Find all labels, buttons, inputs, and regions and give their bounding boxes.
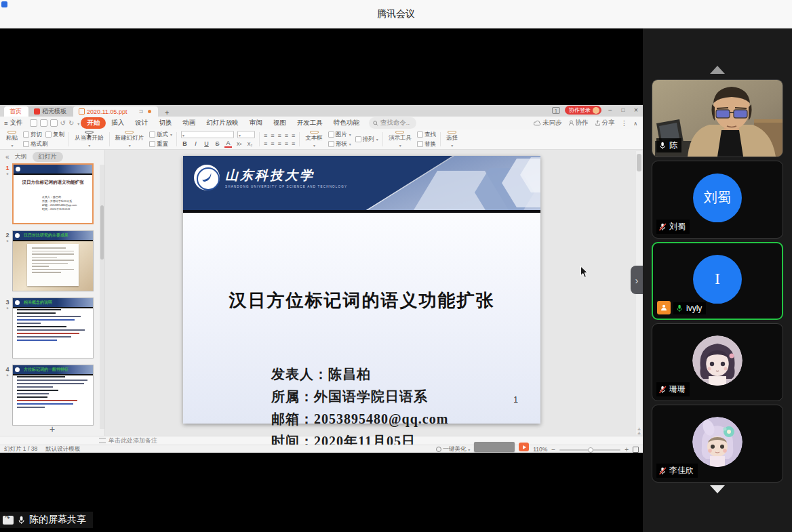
font-size-select[interactable] <box>237 131 255 138</box>
play-from-current-button[interactable]: 从当前开始 <box>71 131 107 148</box>
slide-1[interactable]: 山东科技大学 SHANDONG UNIVERSITY OF SCIENCE AN… <box>183 156 540 424</box>
share-button[interactable]: 分享 <box>595 119 615 127</box>
redo-icon[interactable]: ↻ <box>68 119 74 127</box>
indent-decrease-icon[interactable] <box>278 132 281 139</box>
font-color-button[interactable]: A <box>224 140 232 148</box>
reset-button[interactable]: 重置 <box>149 140 168 148</box>
menu-design[interactable]: 设计 <box>130 117 153 129</box>
tab-outline[interactable]: 大纲 <box>15 152 27 161</box>
paste-button[interactable]: 粘贴 <box>3 131 21 148</box>
thumb-logo-icon <box>15 367 20 372</box>
participant-tile-liushu[interactable]: 刘蜀 刘蜀 <box>652 161 783 239</box>
command-search[interactable]: 查找命令.. <box>369 117 416 129</box>
maximize-button[interactable] <box>619 106 627 114</box>
format-painter-button[interactable]: 格式刷 <box>23 140 48 148</box>
window-badge-icon[interactable]: 1 <box>552 107 560 114</box>
new-tab-button[interactable] <box>158 108 169 117</box>
align-left-icon[interactable] <box>264 140 267 147</box>
strikethrough-button[interactable]: S <box>214 140 221 147</box>
sync-status[interactable]: 未同步 <box>534 119 562 127</box>
close-button[interactable] <box>632 107 640 114</box>
slide-thumbnail-1[interactable]: 1 汉日方位标记词的语义功能扩张 发表人：陈昌柏所属：外国语学院日语系 邮箱：2… <box>3 163 104 224</box>
login-button[interactable]: 协作登录 <box>565 106 601 115</box>
menu-start[interactable]: 开始 <box>81 117 106 129</box>
cut-button[interactable]: 剪切 <box>23 131 42 139</box>
zoom-knob[interactable] <box>588 447 593 453</box>
line-spacing-icon[interactable] <box>292 132 295 139</box>
save-icon[interactable] <box>30 119 37 127</box>
zoom-in-icon[interactable]: + <box>625 446 629 453</box>
menu-review[interactable]: 审阅 <box>244 117 268 129</box>
shape-button[interactable]: 形状 <box>328 140 351 148</box>
menu-slideshow[interactable]: 幻灯片放映 <box>201 117 244 129</box>
tab-pin-icon[interactable]: ⊐ <box>138 108 143 115</box>
tab-document[interactable]: 2020.11.05.ppt ⊐ <box>73 106 158 117</box>
collapse-ribbon-icon[interactable] <box>633 119 637 127</box>
panel-scrollbar[interactable] <box>100 165 104 429</box>
zoom-slider[interactable] <box>559 449 620 451</box>
print-icon[interactable] <box>40 119 47 127</box>
menu-insert[interactable]: 插入 <box>106 117 130 129</box>
tab-slides[interactable]: 幻灯片 <box>33 152 63 162</box>
participant-name-badge: ivyly <box>673 302 706 314</box>
bullet-list-icon[interactable] <box>264 132 267 139</box>
scroll-down-arrow-icon[interactable] <box>710 485 725 493</box>
more-icon[interactable] <box>621 119 628 127</box>
slide-thumbnail-3[interactable]: 3 相关概念的说明 <box>3 298 104 359</box>
italic-button[interactable]: I <box>192 140 199 147</box>
undo-icon[interactable]: ↺ <box>60 119 66 127</box>
slide-thumbnail-2[interactable]: 2 汉日对比研究的主要成果 <box>3 230 104 291</box>
thumb-logo-icon <box>15 233 20 238</box>
preview-icon[interactable] <box>50 119 58 127</box>
animation-star-icon <box>3 171 12 178</box>
font-name-select[interactable] <box>181 131 234 138</box>
textbox-button[interactable]: 文本框 <box>302 131 326 148</box>
indent-increase-icon[interactable] <box>285 132 288 139</box>
fullscreen-icon[interactable] <box>633 447 639 453</box>
slide-nav-buttons[interactable]: ≛≛ <box>635 428 643 436</box>
align-center-icon[interactable] <box>271 140 274 147</box>
menu-view[interactable]: 视图 <box>268 117 292 129</box>
slideshow-play-button[interactable] <box>519 443 529 451</box>
picture-button[interactable]: 图片 <box>328 131 351 139</box>
menu-animation[interactable]: 动画 <box>177 117 201 129</box>
underline-button[interactable]: U <box>203 140 210 147</box>
find-button[interactable]: 查找 <box>417 131 436 139</box>
file-menu[interactable]: 文件 <box>4 119 23 127</box>
tab-docer[interactable]: 稻壳模板 <box>28 106 73 117</box>
participant-tile-ivyly[interactable]: I ivyly <box>652 242 783 320</box>
bold-button[interactable]: B <box>181 140 189 147</box>
zoom-out-icon[interactable]: − <box>551 446 555 453</box>
layout-button[interactable]: 版式 <box>149 131 172 139</box>
add-slide-button[interactable] <box>0 424 104 434</box>
justify-icon[interactable] <box>285 140 288 147</box>
participant-tile-shanshan[interactable]: 珊珊 <box>652 323 783 401</box>
copy-button[interactable]: 复制 <box>45 131 64 139</box>
tab-home[interactable]: 首页 <box>4 106 28 117</box>
participant-tile-lijiaxin[interactable]: 李佳欣 <box>652 405 783 483</box>
select-button[interactable]: 选择 <box>443 131 461 148</box>
present-tools-button[interactable]: 演示工具 <box>385 131 415 148</box>
scroll-up-arrow-icon[interactable] <box>710 66 725 74</box>
menu-transition[interactable]: 切换 <box>153 117 177 129</box>
number-list-icon[interactable] <box>271 132 274 139</box>
align-right-icon[interactable] <box>278 140 281 147</box>
superscript-button[interactable]: X² <box>235 142 243 146</box>
sidebar-collapse-handle[interactable] <box>631 266 643 294</box>
new-slide-button[interactable]: 新建幻灯片 <box>112 131 148 148</box>
arrange-button[interactable]: 排列 <box>355 136 378 144</box>
replace-button[interactable]: 替换 <box>417 140 436 148</box>
collaborate-button[interactable]: 协作 <box>568 119 589 127</box>
participant-tile-chen[interactable]: 陈 <box>652 79 783 157</box>
slide-thumbnail-4[interactable]: 4 方位标记词的一般性特征 <box>3 365 104 426</box>
menu-features[interactable]: 特色功能 <box>328 117 365 129</box>
subscript-button[interactable]: X₂ <box>246 142 254 146</box>
collapse-panel-icon[interactable] <box>5 153 9 161</box>
menu-devtools[interactable]: 开发工具 <box>292 117 328 129</box>
template-name[interactable]: 默认设计模板 <box>45 445 80 453</box>
minimize-button[interactable] <box>606 107 614 114</box>
beautify-button[interactable]: 一键美化 <box>436 445 470 453</box>
quickbar-dropdown-icon[interactable] <box>77 119 79 127</box>
columns-icon[interactable] <box>292 140 295 147</box>
status-bar: 幻灯片 1 / 38 默认设计模板 一键美化 110% − + <box>0 445 643 453</box>
